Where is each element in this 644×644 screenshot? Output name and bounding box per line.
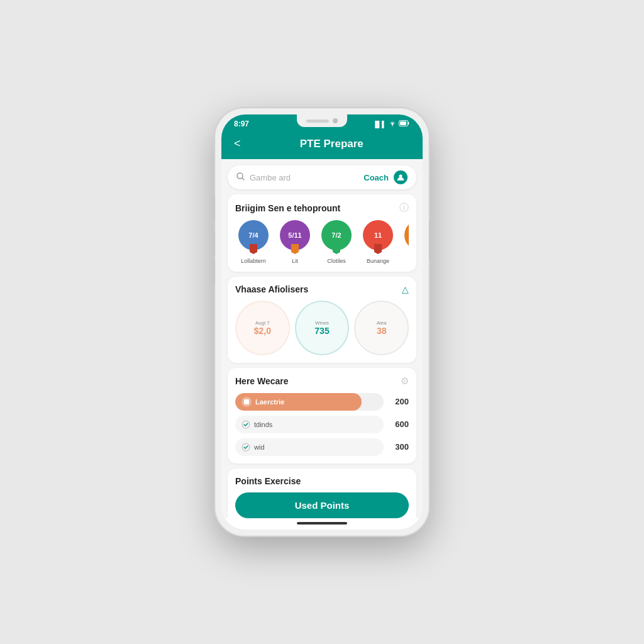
progress-label-wrap-2: tdinds [242,420,272,429]
badge-ribbon-2 [291,244,299,254]
progress-label-1: Laerctrie [255,398,284,406]
speaker [306,119,329,123]
progress-score-1: 200 [389,397,409,406]
camera [333,118,338,123]
badges-title: Briigim Sen e tehoprount [235,203,340,213]
svg-rect-5 [244,399,249,404]
stat-value-2: 735 [314,326,329,336]
badges-row: 7/4 Lollabtern 5/11 Lit [235,220,409,264]
badge-label-1: Lollabtern [241,258,266,264]
badge-text-2: 5/11 [288,231,301,239]
badge-label-3: Clotiles [327,258,346,264]
progress-bar-fill-1: Laerctrie [235,393,362,411]
badge-text-3: 7/2 [331,231,341,239]
points-title: Points Exercise [235,476,409,486]
progress-bar-wrap-1: Laerctrie [235,393,384,411]
search-placeholder: Gambe ard [250,173,358,182]
home-bar[interactable] [297,522,347,525]
progress-bar-wrap-3: wid [235,438,384,456]
used-points-button[interactable]: Used Points [235,492,409,518]
progress-score-2: 600 [389,419,409,429]
badge-item: 7/4 Lollabtern [235,220,272,264]
settings-icon[interactable]: ⚙ [401,375,409,387]
stat-label-1: Augl 7 [255,320,270,326]
badge-ribbon-1 [250,244,257,254]
badge-ribbon-4 [374,244,382,254]
progress-card-header: Here Wecare ⚙ [235,375,409,387]
badge-circle-5: H1 [404,220,409,250]
info-icon[interactable]: ⓘ [399,202,409,214]
notch [297,114,347,127]
battery-icon [399,120,410,128]
badges-card-header: Briigim Sen e tehoprount ⓘ [235,202,409,214]
svg-point-0 [392,125,393,126]
progress-label-wrap-3: wid [242,443,265,452]
progress-title: Here Wecare [235,376,289,386]
app-header: < PTE Prepare [221,131,423,159]
wifi-icon [389,120,396,128]
badge-circle-4: 11 [363,220,393,250]
coach-avatar[interactable] [394,170,408,184]
stats-row: Augl 7 $2,0 Wines 735 Alea 38 [235,301,409,355]
badge-circle-2: 5/11 [280,220,310,250]
badge-item: H1 Fanulie [401,220,409,264]
stat-label-2: Wines [315,320,329,326]
stat-2: Wines 735 [295,301,350,355]
search-icon [236,172,245,182]
progress-item: tdinds 600 [235,416,409,433]
home-indicator [221,518,423,530]
badge-text-1: 7/4 [248,231,258,239]
stats-title: Vhaase Afiolisers [235,284,308,294]
stat-value-3: 38 [377,326,387,336]
phone-frame: 8:97 ▐▌▌ [215,108,429,536]
badge-item: 11 Bunange [360,220,396,264]
progress-card: Here Wecare ⚙ Laerctrie [228,368,416,464]
progress-score-3: 300 [389,442,409,452]
stat-value-1: $2,0 [254,326,271,336]
phone-screen: 8:97 ▐▌▌ [221,114,423,530]
svg-rect-2 [400,121,406,125]
progress-item: Laerctrie 200 [235,393,409,411]
badge-item: 5/11 Lit [277,220,313,264]
progress-list: Laerctrie 200 [235,393,409,456]
stat-1: Augl 7 $2,0 [235,301,290,355]
signal-icon: ▐▌▌ [373,121,386,128]
progress-item: wid 300 [235,438,409,456]
back-button[interactable]: < [231,136,243,152]
points-section: Points Exercise Used Points [228,469,416,518]
coach-label[interactable]: Coach [364,173,389,182]
badge-item: 7/2 Clotiles [318,220,355,264]
progress-icon-2 [242,420,250,429]
stats-card: Vhaase Afiolisers △ Augl 7 $2,0 Wines 73… [228,277,416,363]
badge-circle-3: 7/2 [321,220,352,250]
search-bar[interactable]: Gambe ard Coach [228,165,416,189]
stats-card-header: Vhaase Afiolisers △ [235,284,409,294]
stat-label-3: Alea [377,320,387,326]
status-time: 8:97 [234,119,249,128]
app-title: PTE Prepare [251,138,413,150]
progress-label-3: wid [254,443,265,451]
progress-icon-3 [242,443,250,452]
badge-label-2: Lit [292,258,298,264]
progress-bar-wrap-2: tdinds [235,416,384,433]
badge-label-4: Bunange [367,258,389,264]
badge-circle-1: 7/4 [238,220,269,250]
content-area: Gambe ard Coach Briigim Sen e tehoprount… [221,159,423,518]
collapse-icon[interactable]: △ [402,284,409,294]
status-icons: ▐▌▌ [373,120,410,128]
badge-ribbon-3 [333,244,340,254]
progress-label-2: tdinds [254,421,272,428]
stat-3: Alea 38 [354,301,409,355]
badge-text-4: 11 [374,231,382,239]
badges-card: Briigim Sen e tehoprount ⓘ 7/4 Lollabter… [228,194,416,272]
progress-icon-1 [242,397,252,407]
